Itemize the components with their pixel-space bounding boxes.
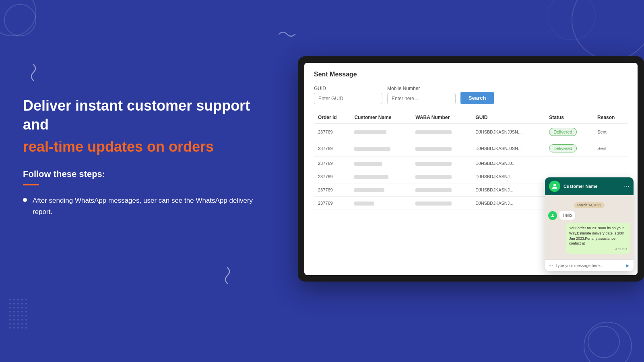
cell-waba — [411, 157, 471, 170]
section-divider — [23, 184, 39, 185]
blurred-name — [354, 175, 388, 179]
svg-point-38 — [21, 327, 23, 329]
cell-reason: Sent — [593, 140, 628, 157]
table-row: 237769 DJHSBDJKASNJJSN... Delivered Sent — [314, 140, 628, 157]
svg-point-28 — [21, 319, 23, 321]
svg-point-18 — [21, 311, 23, 313]
app-content: Sent Message GUID Mobile Number Search — [304, 63, 638, 275]
guid-input[interactable] — [314, 93, 382, 104]
cell-customer-name — [350, 157, 411, 170]
mobile-label: Mobile Number — [387, 86, 456, 91]
chat-avatar — [549, 181, 560, 192]
svg-point-15 — [9, 311, 11, 313]
cell-customer-name — [350, 124, 411, 140]
cell-status: Delivered — [545, 140, 593, 157]
status-badge: Delivered — [549, 128, 576, 136]
cell-guid: DJHSBDJKASNJJ... — [471, 157, 545, 170]
cell-guid: DJHSBDJKASNJJSN... — [471, 124, 545, 140]
cell-order-id: 237769 — [314, 183, 350, 197]
chat-popup: Customer Name ⋯ March 14,2022 — [545, 177, 634, 271]
svg-point-5 — [9, 303, 11, 304]
svg-point-4 — [25, 299, 27, 300]
filter-row: GUID Mobile Number Search — [314, 85, 628, 104]
svg-point-11 — [13, 307, 15, 309]
message-time: 4:32 PM — [569, 247, 627, 251]
svg-point-10 — [9, 307, 11, 309]
svg-point-19 — [25, 311, 27, 313]
cell-order-id: 237769 — [314, 157, 350, 170]
search-button[interactable]: Search — [460, 92, 494, 104]
svg-point-8 — [21, 303, 23, 304]
cell-reason — [593, 157, 628, 170]
cell-status: Delivered — [545, 124, 593, 140]
emoji-icon[interactable]: ⋯ — [548, 263, 553, 268]
blurred-waba — [415, 147, 452, 151]
guid-label: GUID — [314, 86, 382, 91]
blurred-waba — [415, 162, 452, 166]
svg-point-40 — [553, 184, 556, 186]
svg-point-41 — [552, 214, 553, 216]
received-message: Hello — [548, 211, 630, 220]
svg-point-14 — [25, 307, 27, 309]
svg-point-24 — [25, 315, 27, 317]
svg-point-16 — [13, 311, 15, 313]
blurred-name — [354, 162, 382, 166]
col-reason: Reason — [593, 111, 628, 124]
cell-customer-name — [350, 197, 411, 210]
cell-order-id: 237769 — [314, 197, 350, 210]
list-item: After sending WhatsApp messages, user ca… — [23, 195, 256, 217]
svg-point-6 — [13, 303, 15, 304]
mobile-input[interactable] — [387, 93, 456, 104]
order-message-text: Your order no.2319080 its on your Way.Es… — [569, 226, 624, 245]
list-item-text: After sending WhatsApp messages, user ca… — [33, 195, 256, 217]
svg-point-2 — [17, 299, 19, 300]
svg-point-23 — [21, 315, 23, 317]
col-order-id: Order Id — [314, 111, 350, 124]
follow-steps-title: Follow these steps: — [23, 169, 256, 179]
cell-guid: DJHSBDJKASNJ... — [471, 183, 545, 197]
svg-point-21 — [13, 315, 15, 317]
svg-point-32 — [17, 323, 19, 325]
guid-filter-group: GUID — [314, 86, 382, 104]
svg-point-12 — [17, 307, 19, 309]
cell-waba — [411, 140, 471, 157]
svg-point-35 — [9, 327, 11, 329]
svg-point-36 — [13, 327, 15, 329]
bg-circle-decor-3 — [547, 0, 596, 40]
cell-order-id: 237769 — [314, 140, 350, 157]
svg-point-7 — [17, 303, 19, 304]
table-row: 237769 DJHSBDJKASNJJ... — [314, 157, 628, 170]
squiggle-center-top — [277, 26, 297, 42]
svg-point-1 — [13, 299, 15, 300]
chat-input-area: ⋯ ► — [545, 259, 634, 271]
message-input[interactable] — [555, 263, 622, 268]
cell-customer-name — [350, 170, 411, 183]
svg-point-33 — [21, 323, 23, 325]
date-text: March 14,2022 — [574, 202, 605, 208]
svg-point-22 — [17, 315, 19, 317]
cell-waba — [411, 170, 471, 183]
blurred-waba — [415, 202, 452, 206]
laptop-screen: Sent Message GUID Mobile Number Search — [304, 63, 638, 275]
cell-customer-name — [350, 183, 411, 197]
send-icon[interactable]: ► — [625, 262, 630, 269]
blurred-waba — [415, 188, 452, 192]
cell-guid: DJHSBDJKASNJJSN... — [471, 140, 545, 157]
bg-circle-decor-2 — [4, 4, 36, 36]
hello-text: Hello — [563, 213, 572, 218]
cell-reason: Sent — [593, 124, 628, 140]
chat-options-icon[interactable]: ⋯ — [624, 183, 630, 189]
mockup-wrapper: Sent Message GUID Mobile Number Search — [282, 40, 644, 282]
sent-message-container: Your order no.2319080 its on your Way.Es… — [548, 223, 630, 254]
svg-point-37 — [17, 327, 19, 329]
table-header: Order Id Customer Name WABA Number GUID … — [314, 111, 628, 124]
svg-point-20 — [9, 315, 11, 317]
chat-header-name: Customer Name — [564, 184, 621, 189]
bg-circle-bottom-right-2 — [588, 326, 620, 358]
svg-point-26 — [13, 319, 15, 321]
svg-point-3 — [21, 299, 23, 300]
blurred-waba — [415, 175, 452, 179]
chat-body: March 14,2022 Hello — [545, 195, 634, 259]
svg-point-30 — [9, 323, 11, 325]
col-status: Status — [545, 111, 593, 124]
